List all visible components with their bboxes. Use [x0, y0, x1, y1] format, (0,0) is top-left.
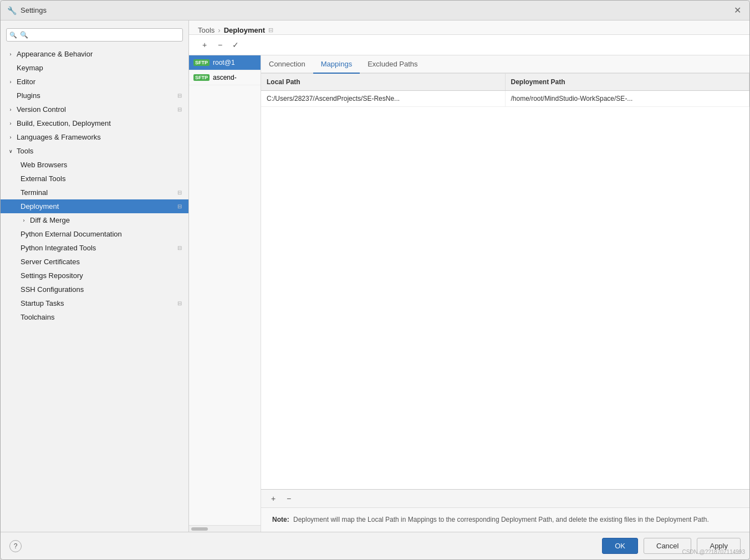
chevron-icon: ›	[7, 79, 14, 85]
settings-icon: ⊟	[177, 106, 182, 112]
mapping-bottom-toolbar: + −	[261, 489, 749, 507]
settings-icon: ⊟	[177, 245, 182, 251]
chevron-icon: ›	[7, 52, 14, 57]
breadcrumb-separator: ›	[218, 26, 220, 34]
note-text: Deployment will map the Local Path in Ma…	[293, 516, 709, 523]
sidebar-item-label: SSH Configurations	[21, 285, 84, 294]
breadcrumb-parent: Tools	[198, 26, 215, 34]
server-name: ascend-	[213, 74, 237, 81]
footer: ? OK Cancel Apply	[1, 532, 749, 559]
search-input[interactable]	[6, 28, 183, 42]
settings-icon: ⊟	[177, 189, 182, 196]
remove-mapping-button[interactable]: −	[282, 492, 295, 505]
sidebar-item-keymap[interactable]: Keymap	[1, 61, 188, 75]
sidebar-item-languages[interactable]: › Languages & Frameworks	[1, 130, 188, 144]
sidebar-item-python-int-tools[interactable]: Python Integrated Tools ⊟	[1, 241, 188, 255]
mapping-content: Local Path Deployment Path C:/Users/2823…	[261, 74, 749, 532]
sidebar-item-label: Python External Documentation	[21, 230, 122, 238]
sidebar-item-ssh-config[interactable]: SSH Configurations	[1, 282, 188, 296]
sidebar-item-appearance[interactable]: › Appearance & Behavior	[1, 47, 188, 61]
settings-icon: ⊟	[177, 203, 182, 209]
table-header: Local Path Deployment Path	[261, 74, 749, 91]
sidebar-item-toolchains[interactable]: Toolchains	[1, 310, 188, 324]
add-server-button[interactable]: +	[198, 38, 211, 52]
sidebar: 🔍 › Appearance & Behavior Keymap › Edito…	[1, 20, 189, 532]
server-panel: SFTP root@1 SFTP ascend-	[189, 55, 261, 532]
sidebar-item-label: Diff & Merge	[30, 216, 70, 224]
sidebar-item-external-tools[interactable]: External Tools	[1, 172, 188, 186]
note-area: Note: Deployment will map the Local Path…	[261, 507, 749, 532]
settings-icon: ⊟	[177, 93, 182, 99]
sidebar-item-web-browsers[interactable]: Web Browsers	[1, 158, 188, 172]
settings-icon: ⊟	[177, 300, 182, 306]
sidebar-item-label: Terminal	[21, 188, 48, 197]
chevron-icon: ›	[7, 121, 14, 126]
breadcrumb-toolbar-row: Tools › Deployment ⊟	[189, 20, 749, 35]
sidebar-item-server-certs[interactable]: Server Certificates	[1, 255, 188, 269]
help-button[interactable]: ?	[9, 540, 22, 552]
cell-deployment-path: /home/root/MindStudio-WorkSpace/SE-...	[506, 91, 750, 106]
sidebar-item-deployment[interactable]: Deployment ⊟	[1, 199, 188, 213]
sidebar-item-label: Plugins	[17, 91, 40, 100]
server-item-root[interactable]: SFTP root@1	[189, 55, 261, 70]
tab-mappings[interactable]: Mappings	[313, 55, 360, 74]
sidebar-item-label: Version Control	[17, 105, 66, 114]
sidebar-item-label: Editor	[17, 78, 35, 86]
sidebar-item-label: Python Integrated Tools	[21, 244, 96, 252]
server-item-ascend[interactable]: SFTP ascend-	[189, 70, 261, 85]
sidebar-item-version-control[interactable]: › Version Control ⊟	[1, 102, 188, 116]
sidebar-item-label: Startup Tasks	[21, 299, 64, 307]
sidebar-item-label: Web Browsers	[21, 161, 67, 169]
title-bar-left: 🔧 Settings	[7, 6, 47, 15]
sidebar-item-settings-repo[interactable]: Settings Repository	[1, 269, 188, 282]
sidebar-item-label: Toolchains	[21, 313, 54, 321]
search-icon: 🔍	[9, 32, 17, 39]
sftp-badge: SFTP	[193, 74, 210, 81]
mapping-area: Connection Mappings Excluded Paths Local…	[261, 55, 749, 532]
dialog-title: Settings	[21, 6, 47, 14]
sidebar-item-label: Tools	[17, 147, 33, 155]
table-body: C:/Users/28237/AscendProjects/SE-ResNe..…	[261, 91, 749, 489]
sidebar-item-diff-merge[interactable]: › Diff & Merge	[1, 213, 188, 227]
sidebar-item-terminal[interactable]: Terminal ⊟	[1, 186, 188, 199]
breadcrumb-current: Deployment	[224, 26, 265, 34]
sidebar-item-python-ext-doc[interactable]: Python External Documentation	[1, 227, 188, 241]
chevron-icon: ›	[7, 107, 14, 112]
check-button[interactable]: ✓	[229, 38, 242, 52]
ok-button[interactable]: OK	[602, 538, 638, 554]
tab-bar: Connection Mappings Excluded Paths	[261, 55, 749, 74]
tab-excluded-paths[interactable]: Excluded Paths	[360, 55, 425, 74]
table-row[interactable]: C:/Users/28237/AscendProjects/SE-ResNe..…	[261, 91, 749, 107]
content-area: 🔍 › Appearance & Behavior Keymap › Edito…	[1, 20, 749, 532]
settings-dialog: 🔧 Settings ✕ 🔍 › Appearance & Behavior K…	[0, 0, 750, 560]
sidebar-item-label: Server Certificates	[21, 258, 80, 266]
toolbar: + − ✓	[189, 35, 749, 55]
note-label: Note:	[272, 516, 289, 523]
sftp-badge: SFTP	[193, 59, 210, 66]
title-bar: 🔧 Settings ✕	[1, 1, 749, 20]
chevron-icon: ›	[21, 218, 27, 223]
scroll-thumb	[191, 527, 208, 531]
server-scrollbar[interactable]	[189, 525, 261, 532]
sidebar-item-plugins[interactable]: Plugins ⊟	[1, 89, 188, 102]
sidebar-item-label: Languages & Frameworks	[17, 133, 101, 141]
breadcrumb: Tools › Deployment ⊟	[198, 26, 741, 34]
sidebar-item-editor[interactable]: › Editor	[1, 75, 188, 89]
col-local-path-header: Local Path	[261, 74, 506, 90]
add-mapping-button[interactable]: +	[267, 492, 280, 505]
sidebar-item-label: Settings Repository	[21, 271, 83, 280]
sidebar-item-label: Appearance & Behavior	[17, 50, 93, 58]
chevron-icon: ∨	[7, 148, 14, 154]
tab-connection[interactable]: Connection	[261, 55, 313, 74]
remove-server-button[interactable]: −	[213, 38, 227, 52]
watermark: CSDN @??18707114993	[682, 549, 745, 555]
tabs-body-area: SFTP root@1 SFTP ascend-	[189, 55, 749, 532]
sidebar-item-label: External Tools	[21, 174, 65, 183]
main-panel: Tools › Deployment ⊟ + − ✓ SFTP	[189, 20, 749, 532]
sidebar-item-build[interactable]: › Build, Execution, Deployment	[1, 116, 188, 130]
sidebar-item-startup-tasks[interactable]: Startup Tasks ⊟	[1, 296, 188, 310]
close-button[interactable]: ✕	[732, 5, 743, 16]
search-box: 🔍	[6, 28, 183, 42]
sidebar-item-tools[interactable]: ∨ Tools	[1, 144, 188, 158]
sidebar-item-label: Deployment	[21, 202, 59, 210]
